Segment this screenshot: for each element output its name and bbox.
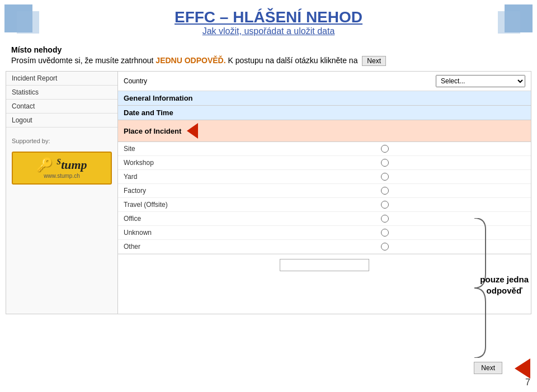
supported-by-label: Supported by: [6, 133, 117, 149]
radio-office [381, 215, 389, 223]
sidebar: Incident Report Statistics Contact Logou… [6, 72, 118, 314]
place-row-site: Site [118, 142, 531, 156]
radio-input-unknown[interactable] [381, 229, 389, 237]
page-number: 7 [525, 377, 530, 388]
instruction-line1: Prosím uvědomte si, že musíte zatrhnout [11, 56, 153, 65]
instruction-text: Prosím uvědomte si, že musíte zatrhnout … [11, 56, 526, 66]
main-container: Incident Report Statistics Contact Logou… [6, 71, 531, 314]
bottom-red-arrow-icon [515, 358, 530, 379]
page-title: EFFC – HLÁŠENÍ NEHOD [45, 8, 492, 26]
sidebar-item-contact[interactable]: Contact [6, 100, 117, 114]
sidebar-item-statistics[interactable]: Statistics [6, 86, 117, 100]
instruction-highlight: JEDNU ODPOVĚĎ. [156, 56, 225, 65]
next-bottom-button[interactable]: Next [474, 362, 502, 374]
stump-logo: 🔑 Stump www.stump.ch [12, 152, 112, 185]
radio-input-workshop[interactable] [381, 159, 389, 167]
radio-input-travel[interactable] [381, 201, 389, 209]
radio-input-factory[interactable] [381, 187, 389, 195]
country-row: Country Select... [118, 72, 531, 91]
radio-workshop [381, 159, 389, 167]
deco-top-left2 [17, 11, 39, 34]
country-select[interactable]: Select... [436, 75, 525, 87]
bottom-text-field[interactable] [280, 259, 369, 271]
radio-input-office[interactable] [381, 215, 389, 223]
place-incident-arrow-icon [187, 123, 198, 139]
place-row-factory: Factory [118, 184, 531, 198]
radio-input-site[interactable] [381, 145, 389, 153]
page-subtitle: Jak vložit, uspořádat a uložit data [45, 26, 492, 36]
stump-icon: 🔑 [36, 157, 53, 173]
instruction-area: Místo nehody Prosím uvědomte si, že musí… [0, 41, 537, 71]
radio-input-other[interactable] [381, 243, 389, 251]
date-time-header: Date and Time [118, 106, 531, 120]
annotation-text: pouze jedna odpověď [480, 274, 529, 296]
country-select-wrapper: Select... [436, 75, 525, 87]
place-row-workshop: Workshop [118, 156, 531, 170]
stump-logo-text: Stump [56, 158, 87, 172]
radio-other [381, 243, 389, 251]
place-row-travel: Travel (Offsite) [118, 198, 531, 212]
radio-input-yard[interactable] [381, 173, 389, 181]
radio-site [381, 145, 389, 153]
radio-travel [381, 201, 389, 209]
deco-top-right2 [498, 11, 520, 34]
radio-unknown [381, 229, 389, 237]
instruction-line2: K postupu na další otázku klikněte na [228, 56, 357, 65]
next-inline-button[interactable]: Next [362, 56, 386, 66]
place-incident-header: Place of Incident [118, 120, 531, 142]
place-row-yard: Yard [118, 170, 531, 184]
radio-yard [381, 173, 389, 181]
general-info-header: General Information [118, 91, 531, 106]
sidebar-item-logout[interactable]: Logout [6, 114, 117, 127]
radio-factory [381, 187, 389, 195]
section-label: Místo nehody [11, 45, 526, 54]
country-label: Country [124, 77, 224, 85]
stump-url: www.stump.ch [17, 173, 106, 179]
sidebar-item-incident-report[interactable]: Incident Report [6, 72, 117, 86]
header: EFFC – HLÁŠENÍ NEHOD Jak vložit, uspořád… [0, 0, 537, 41]
